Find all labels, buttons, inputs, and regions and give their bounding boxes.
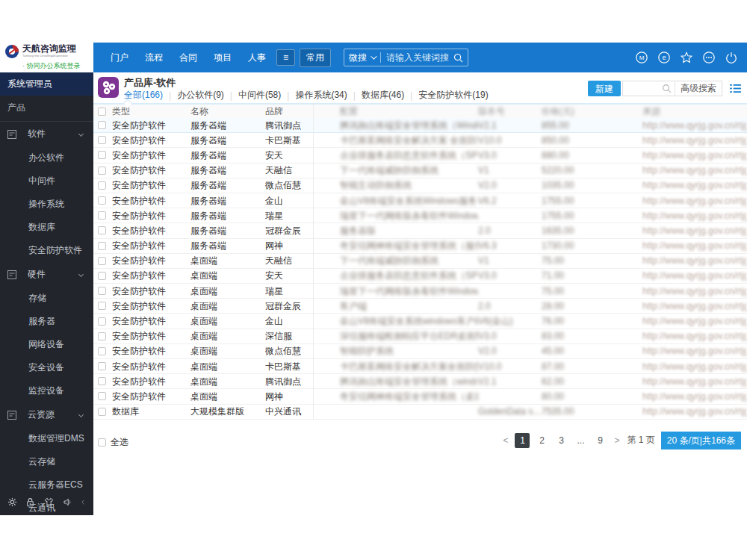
lock-icon[interactable]: [25, 497, 36, 508]
next-page-button[interactable]: >: [614, 435, 619, 446]
page-button-3[interactable]: 3: [554, 433, 568, 448]
sidebar-item-1-4[interactable]: 数据库: [0, 216, 93, 239]
tab-4[interactable]: 操作系统(34): [295, 89, 347, 102]
row-checkbox[interactable]: [98, 181, 106, 190]
settings-gear-icon[interactable]: [7, 497, 18, 508]
row-checkbox[interactable]: [98, 167, 106, 175]
nav-item-1[interactable]: 门户: [111, 52, 128, 64]
nav-item-2[interactable]: 流程: [145, 52, 163, 64]
page-size-info[interactable]: 20 条/页|共166条: [661, 432, 741, 449]
row-checkbox[interactable]: [98, 136, 106, 144]
sidebar-group-3[interactable]: 云资源: [0, 402, 93, 427]
table-row[interactable]: 安全防护软件桌面端网神奇安信网神终端安全管理系统（桌面版）80.00http:/…: [93, 389, 747, 404]
page-button-1[interactable]: 1: [515, 433, 530, 448]
sidebar-group-2[interactable]: 硬件: [0, 262, 93, 287]
table-row[interactable]: 安全防护软件桌面端腾讯御点腾讯御点终端安全管理系统（windows版）V2.1V…: [93, 374, 747, 389]
row-checkbox[interactable]: [98, 121, 106, 129]
table-row[interactable]: 安全防护软件桌面端微点佰慧智能防护系统V2.045.00http://www.q…: [93, 344, 747, 359]
row-checkbox[interactable]: [98, 408, 106, 416]
table-row[interactable]: 安全防护软件服务器端天融信下一代终端威胁防御系统V15220.00http://…: [93, 164, 747, 178]
table-row[interactable]: 安全防护软件服务器端安天企业级服务器防恶意软件系统（SP）标准版V3.0880.…: [93, 148, 747, 163]
table-row[interactable]: 数据库大规模集群版中兴通讯GoldenData s…7535.00http://…: [93, 405, 747, 420]
message-icon[interactable]: e: [657, 51, 671, 64]
table-row[interactable]: 安全防护软件桌面端卡巴斯基卡巴斯基网络安全解决方案全面防护版KES·KSO…V1…: [93, 359, 747, 374]
sidebar-item-2-5[interactable]: 监控设备: [0, 379, 93, 402]
table-row[interactable]: 安全防护软件桌面端深信服深信服终端检测响应平台EDR桌面版V3.083.00ht…: [93, 329, 747, 344]
cell-source-blurred: http://www.qyrjg.gov.cn/rtjg/: [642, 133, 747, 148]
nav-item-4[interactable]: 项目: [214, 52, 232, 64]
tab-2[interactable]: 办公软件(9): [177, 89, 224, 102]
advanced-search-button[interactable]: 高级搜索: [675, 81, 722, 96]
table-row[interactable]: 安全防护软件服务器端网神奇安信网神终端安全管理系统（服务器版）V6.31730.…: [93, 239, 747, 254]
sidebar-item-2-3[interactable]: 网络设备: [0, 333, 93, 356]
sidebar-item-1-1[interactable]: 办公软件: [0, 146, 93, 169]
nav-item-5[interactable]: 人事: [248, 52, 266, 64]
prev-page-button[interactable]: <: [503, 435, 508, 446]
table-row[interactable]: 安全防护软件服务器端金山金山V8终端安全系统Windows服务器版V6.2175…: [93, 193, 747, 208]
nav-item-3[interactable]: 合同: [179, 52, 197, 64]
theme-shirt-icon[interactable]: [43, 497, 55, 508]
row-checkbox[interactable]: [98, 332, 106, 340]
tab-6[interactable]: 安全防护软件(19): [418, 89, 488, 102]
row-checkbox[interactable]: [98, 242, 106, 250]
new-button[interactable]: 新建: [588, 81, 621, 96]
table-row[interactable]: 安全防护软件桌面端瑞星瑞星下一代网络版杀毒软件Windows桌面版75.00ht…: [93, 284, 747, 299]
row-checkbox[interactable]: [98, 377, 106, 385]
volume-speaker-icon[interactable]: [62, 497, 73, 508]
row-checkbox[interactable]: [98, 287, 106, 295]
search-icon[interactable]: [453, 53, 463, 63]
sidebar-section-product[interactable]: 产品: [0, 96, 93, 122]
power-logout-icon[interactable]: [725, 51, 738, 64]
sidebar-group-1[interactable]: 软件: [0, 122, 93, 146]
search-icon[interactable]: [662, 84, 672, 93]
row-checkbox[interactable]: [98, 302, 106, 310]
row-checkbox[interactable]: [98, 196, 106, 205]
oa-login-link[interactable]: · 协同办公系统登录: [22, 61, 93, 71]
common-apps-button[interactable]: 常用: [300, 49, 331, 67]
select-all-checkbox[interactable]: [98, 438, 106, 447]
table-row[interactable]: 安全防护软件服务器端微点佰慧智能主动防御系统V2.01035.00http://…: [93, 178, 747, 193]
page-button-2[interactable]: 2: [534, 433, 549, 448]
table-row[interactable]: 安全防护软件服务器端冠群金辰服务器版2.01635.00http://www.q…: [93, 223, 747, 238]
m-app-icon[interactable]: M: [635, 51, 648, 64]
row-checkbox[interactable]: [98, 392, 106, 400]
row-checkbox[interactable]: [98, 151, 106, 159]
row-checkbox[interactable]: [98, 257, 106, 265]
search-input[interactable]: 请输入关键词搜: [386, 52, 449, 64]
collapse-chevron-icon[interactable]: [80, 499, 87, 505]
table-search-input[interactable]: [623, 81, 659, 96]
more-options-icon[interactable]: [702, 51, 716, 64]
row-checkbox[interactable]: [98, 317, 106, 326]
list-view-icon[interactable]: [730, 84, 741, 93]
sidebar-item-3-1[interactable]: 数据管理DMS: [0, 427, 93, 450]
menu-grid-button[interactable]: ≡: [276, 49, 295, 66]
header-checkbox-cell: [93, 108, 112, 116]
sidebar-item-1-5[interactable]: 安全防护软件: [0, 239, 93, 262]
table-row[interactable]: 安全防护软件桌面端冠群金辰客户端2.028.00http://www.qyrjg…: [93, 299, 747, 314]
sidebar-item-1-3[interactable]: 操作系统: [0, 193, 93, 216]
table-row[interactable]: 安全防护软件桌面端天融信下一代终端威胁防御系统V175.00http://www…: [93, 254, 747, 269]
page-button-9[interactable]: 9: [592, 433, 607, 448]
sidebar-item-2-4[interactable]: 安全设备: [0, 356, 93, 379]
header-checkbox[interactable]: [98, 108, 106, 116]
table-row[interactable]: 安全防护软件服务器端腾讯御点腾讯御点终端安全管理系统（Windows版）V2.1…: [93, 118, 747, 133]
favorites-star-icon[interactable]: [680, 51, 693, 64]
sidebar-item-2-1[interactable]: 存储: [0, 287, 93, 310]
table-row[interactable]: 安全防护软件服务器端瑞星瑞星下一代网络版杀毒软件Windows服务器版1755.…: [93, 208, 747, 223]
table-row[interactable]: 安全防护软件服务器端卡巴斯基卡巴斯基网络安全解决方案 全面防护版KES…V10.…: [93, 133, 747, 148]
search-scope-dropdown[interactable]: 微搜: [349, 52, 375, 64]
tab-3[interactable]: 中间件(58): [238, 89, 281, 102]
row-checkbox[interactable]: [98, 272, 106, 280]
table-row[interactable]: 安全防护软件桌面端安天企业级服务器防恶意软件系统（SP）桌面版V3.071.00…: [93, 269, 747, 284]
table-row[interactable]: 安全防护软件桌面端金山金山V8终端安全系统windows客户端版V6(金山)76…: [93, 314, 747, 329]
tab-1[interactable]: 全部(166): [124, 89, 163, 102]
row-checkbox[interactable]: [98, 226, 106, 234]
sidebar-item-2-2[interactable]: 服务器: [0, 310, 93, 333]
row-checkbox[interactable]: [98, 347, 106, 355]
tab-5[interactable]: 数据库(46): [362, 89, 404, 102]
sidebar-item-3-2[interactable]: 云存储: [0, 450, 93, 473]
row-checkbox[interactable]: [98, 211, 106, 220]
row-checkbox[interactable]: [98, 362, 106, 370]
global-search[interactable]: 微搜 请输入关键词搜: [344, 49, 468, 66]
sidebar-item-1-2[interactable]: 中间件: [0, 169, 93, 193]
